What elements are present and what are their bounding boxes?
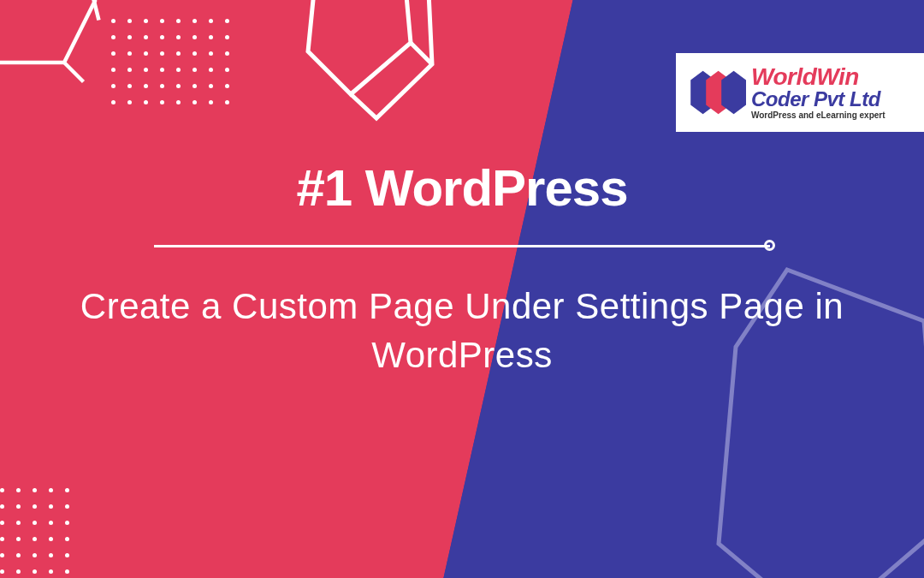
decorative-dot — [33, 488, 37, 492]
decorative-dot — [16, 569, 21, 574]
decorative-dot — [209, 68, 213, 72]
decorative-dot — [49, 504, 53, 509]
decorative-dot — [144, 19, 148, 23]
decorative-dot — [111, 19, 116, 23]
divider-end-dot-icon — [764, 240, 775, 251]
decorative-dot — [225, 68, 229, 72]
decorative-dot — [160, 84, 164, 88]
decorative-dot — [176, 68, 181, 72]
decorative-dot — [49, 537, 53, 541]
decorative-dot — [111, 100, 116, 104]
decorative-dot — [160, 35, 164, 39]
decorative-dot — [160, 19, 164, 23]
decorative-dot — [192, 19, 197, 23]
decorative-dot — [65, 521, 69, 525]
svg-marker-2 — [721, 71, 746, 114]
decorative-dot — [176, 84, 181, 88]
decorative-dot — [160, 68, 164, 72]
decorative-dot — [16, 537, 21, 541]
decorative-dot — [127, 84, 132, 88]
decorative-dot — [192, 100, 197, 104]
decorative-dot — [49, 569, 53, 574]
decorative-dot — [144, 100, 148, 104]
decorative-dot — [176, 19, 181, 23]
decorative-dot — [144, 84, 148, 88]
decorative-dot — [33, 537, 37, 541]
decorative-dot — [33, 569, 37, 574]
decorative-dot — [225, 84, 229, 88]
decorative-dot — [225, 100, 229, 104]
decorative-dot — [209, 19, 213, 23]
decorative-dot — [33, 504, 37, 509]
decorative-dot — [49, 488, 53, 492]
decorative-dot — [16, 553, 21, 557]
decorative-dot — [16, 521, 21, 525]
decorative-dot — [144, 68, 148, 72]
decorative-dot — [0, 521, 4, 525]
decorative-dot — [0, 537, 4, 541]
logo-text-block: WorldWin Coder Pvt Ltd WordPress and eLe… — [751, 65, 886, 120]
decorative-dot — [209, 100, 213, 104]
decorative-dot — [176, 51, 181, 56]
decorative-dot — [192, 84, 197, 88]
decorative-dot — [160, 51, 164, 56]
divider — [154, 241, 770, 250]
decorative-dot — [0, 488, 4, 492]
decorative-dot — [160, 100, 164, 104]
decorative-dot — [209, 84, 213, 88]
decorative-dot — [192, 68, 197, 72]
decorative-dot — [111, 35, 116, 39]
company-logo-box: WorldWin Coder Pvt Ltd WordPress and eLe… — [676, 53, 924, 132]
decorative-dot — [33, 521, 37, 525]
logo-tagline: WordPress and eLearning expert — [751, 111, 886, 120]
subtitle-text: Create a Custom Page Under Settings Page… — [77, 283, 847, 379]
dot-grid-bottom — [0, 488, 69, 574]
banner-canvas: WorldWin Coder Pvt Ltd WordPress and eLe… — [0, 0, 924, 578]
logo-company-name-2: Coder Pvt Ltd — [751, 89, 886, 110]
decorative-dot — [209, 51, 213, 56]
decorative-dot — [49, 521, 53, 525]
main-heading: #1 WordPress — [77, 158, 847, 217]
decorative-dot — [144, 51, 148, 56]
decorative-dot — [144, 35, 148, 39]
decorative-dot — [111, 84, 116, 88]
decorative-dot — [65, 537, 69, 541]
decorative-dot — [65, 553, 69, 557]
decorative-dot — [33, 553, 37, 557]
decorative-dot — [16, 488, 21, 492]
hexagon-outline-top-left — [0, 0, 103, 86]
decorative-dot — [192, 51, 197, 56]
decorative-dot — [225, 19, 229, 23]
decorative-dot — [111, 51, 116, 56]
decorative-dot — [49, 553, 53, 557]
decorative-dot — [176, 100, 181, 104]
decorative-dot — [127, 68, 132, 72]
decorative-dot — [0, 504, 4, 509]
decorative-dot — [225, 35, 229, 39]
divider-line — [154, 245, 770, 247]
decorative-dot — [209, 35, 213, 39]
dot-grid-top — [111, 19, 229, 104]
decorative-dot — [65, 569, 69, 574]
decorative-dot — [127, 19, 132, 23]
hexagon-outline-top-mid — [299, 0, 436, 154]
decorative-dot — [16, 504, 21, 509]
logo-company-name-1: WorldWin — [751, 65, 886, 89]
decorative-dot — [225, 51, 229, 56]
decorative-dot — [65, 504, 69, 509]
decorative-dot — [127, 35, 132, 39]
logo-mark-icon — [684, 67, 746, 118]
decorative-dot — [127, 51, 132, 56]
decorative-dot — [65, 488, 69, 492]
decorative-dot — [192, 35, 197, 39]
decorative-dot — [127, 100, 132, 104]
decorative-dot — [0, 553, 4, 557]
decorative-dot — [176, 35, 181, 39]
decorative-dot — [0, 569, 4, 574]
decorative-dot — [111, 68, 116, 72]
main-content: #1 WordPress Create a Custom Page Under … — [0, 158, 924, 379]
